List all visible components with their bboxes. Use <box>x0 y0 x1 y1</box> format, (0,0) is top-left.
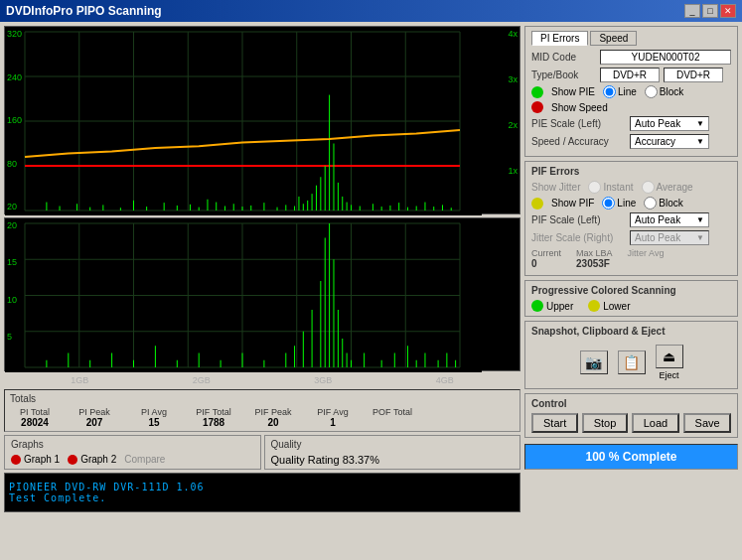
pif-avg-item: PIF Avg 1 <box>308 407 358 428</box>
pof-total-item: POF Total <box>368 407 417 428</box>
window-title: DVDInfoPro PIPO Scanning <box>6 4 162 18</box>
upper-option[interactable]: Upper <box>531 300 573 312</box>
pif-line-option[interactable]: Line <box>602 197 636 210</box>
snapshot-section: Snapshot, Clipboard & Eject 📷 📋 ⏏ Eject <box>524 321 738 389</box>
eject-icon: ⏏ <box>656 345 683 368</box>
control-label: Control <box>531 398 731 409</box>
speed-accuracy-label: Speed / Accuracy <box>531 136 626 147</box>
jitter-instant-option[interactable]: Instant <box>588 181 633 194</box>
load-button[interactable]: Load <box>632 413 679 433</box>
start-button[interactable]: Start <box>531 413 578 433</box>
pif-section: PIF Errors Show Jitter Instant Average S… <box>524 161 738 276</box>
totals-labels-row: PI Total 28024 PI Peak 207 PI Avg 15 PIF… <box>10 407 515 428</box>
right-panel: PI Errors Speed MID Code YUDEN000T02 Typ… <box>524 26 738 556</box>
save-button[interactable]: Save <box>683 413 731 433</box>
pie-line-option[interactable]: Line <box>603 85 637 98</box>
compare-item[interactable]: Compare <box>124 454 165 465</box>
pif-dot <box>531 198 543 210</box>
type-book-label: Type/Book <box>531 70 596 80</box>
close-button[interactable]: ✕ <box>720 4 736 18</box>
tab-pi-errors[interactable]: PI Errors <box>531 31 588 46</box>
graph1-label: Graph 1 <box>24 454 60 465</box>
jitter-scale-label: Jitter Scale (Right) <box>531 232 626 243</box>
pie-dot <box>531 86 543 98</box>
pif-scale-dropdown[interactable]: Auto Peak ▼ <box>630 212 709 227</box>
control-buttons: Start Stop Load Save <box>531 413 731 433</box>
jitter-scale-dropdown: Auto Peak ▼ <box>630 230 709 245</box>
bottom-section: Graphs Graph 1 Graph 2 Compare Q <box>4 435 520 470</box>
pie-scale-dropdown[interactable]: Auto Peak ▼ <box>630 116 709 131</box>
status-bar: PIONEER DVD-RW DVR-111D 1.06 Test Comple… <box>4 473 520 512</box>
pif-peak-item: PIF Peak 20 <box>248 407 298 428</box>
type-book-row: Type/Book DVD+R DVD+R <box>531 68 731 82</box>
mid-code-label: MID Code <box>531 52 596 63</box>
top-chart: 320 240 160 80 20 4x 3x 2x 1x <box>4 26 520 214</box>
bottom-chart: 20 15 10 5 <box>4 217 520 371</box>
totals-title: Totals <box>10 393 515 404</box>
pif-section-label: PIF Errors <box>531 166 731 177</box>
eject-button[interactable]: ⏏ Eject <box>656 345 683 380</box>
graph2-item[interactable]: Graph 2 <box>68 454 116 465</box>
graph2-label: Graph 2 <box>80 454 116 465</box>
lower-option[interactable]: Lower <box>588 300 630 312</box>
show-pie-label: Show PIE <box>551 86 595 97</box>
graph1-dot <box>11 455 21 465</box>
graph1-item[interactable]: Graph 1 <box>11 454 60 465</box>
snapshot-button[interactable]: 📷 <box>580 350 608 374</box>
type-book-val1: DVD+R <box>600 68 660 82</box>
speed-accuracy-arrow: ▼ <box>696 137 704 146</box>
mid-code-value: YUDEN000T02 <box>600 50 731 65</box>
control-section: Control Start Stop Load Save <box>524 393 738 438</box>
main-content: 320 240 160 80 20 4x 3x 2x 1x 20 15 10 5 <box>0 22 742 560</box>
mid-code-row: MID Code YUDEN000T02 <box>531 50 731 65</box>
pie-block-option[interactable]: Block <box>645 85 683 98</box>
jitter-average-option[interactable]: Average <box>642 181 693 194</box>
show-pif-label: Show PIF <box>551 198 594 209</box>
show-speed-row: Show Speed <box>531 101 731 113</box>
status-line1: PIONEER DVD-RW DVR-111D 1.06 <box>9 482 516 492</box>
max-lba-value: 23053F <box>576 258 613 269</box>
show-pie-row: Show PIE Line Block <box>531 85 731 98</box>
graph2-dot <box>68 455 77 465</box>
snapshot-row: 📷 📋 ⏏ Eject <box>531 341 731 384</box>
compare-label: Compare <box>124 454 165 465</box>
graphs-title: Graphs <box>11 439 254 450</box>
show-pif-row: Show PIF Line Block <box>531 197 731 210</box>
current-col: Current 0 <box>531 248 561 269</box>
pif-block-option[interactable]: Block <box>644 197 682 210</box>
show-jitter-label: Show Jitter <box>531 182 580 193</box>
jitter-avg-col: Jitter Avg <box>628 248 665 269</box>
speed-accuracy-row: Speed / Accuracy Accuracy ▼ <box>531 134 731 149</box>
graphs-box: Graphs Graph 1 Graph 2 Compare <box>4 435 261 470</box>
stop-button[interactable]: Stop <box>582 413 628 433</box>
quality-rating: Quality Rating 83.37% <box>271 454 515 466</box>
current-value: 0 <box>531 258 561 269</box>
lower-dot <box>588 300 600 312</box>
type-book-val2: DVD+R <box>664 68 723 82</box>
title-bar: DVDInfoPro PIPO Scanning _ □ ✕ <box>0 0 742 22</box>
tab-speed[interactable]: Speed <box>590 31 637 46</box>
current-stats-row: Current 0 Max LBA 23053F Jitter Avg <box>531 248 731 269</box>
x-axis-labels: 1GB 2GB 3GB 4GB <box>4 374 520 386</box>
max-lba-col: Max LBA 23053F <box>576 248 613 269</box>
clipboard-icon: 📋 <box>618 350 646 374</box>
bottom-chart-y-labels: 20 15 10 5 <box>7 218 17 370</box>
speed-accuracy-dropdown[interactable]: Accuracy ▼ <box>630 134 709 149</box>
pi-avg-item: PI Avg 15 <box>129 407 179 428</box>
title-bar-buttons: _ □ ✕ <box>684 4 736 18</box>
left-panel: 320 240 160 80 20 4x 3x 2x 1x 20 15 10 5 <box>4 26 520 556</box>
jitter-scale-arrow: ▼ <box>696 233 704 242</box>
progressive-section: Progressive Colored Scanning Upper Lower <box>524 280 738 317</box>
maximize-button[interactable]: □ <box>702 4 718 18</box>
current-label: Current <box>531 248 561 258</box>
minimize-button[interactable]: _ <box>684 4 700 18</box>
pif-total-item: PIF Total 1788 <box>189 407 238 428</box>
totals-section: Totals PI Total 28024 PI Peak 207 PI Avg… <box>4 389 520 432</box>
jitter-avg-label: Jitter Avg <box>628 248 665 258</box>
pi-total-item: PI Total 28024 <box>10 407 60 428</box>
pie-scale-label: PIE Scale (Left) <box>531 118 626 129</box>
clipboard-button[interactable]: 📋 <box>618 350 646 374</box>
progress-bar: 100 % Complete <box>524 444 738 470</box>
top-chart-y-labels: 320 240 160 80 20 <box>7 27 22 213</box>
quality-title: Quality <box>271 439 515 450</box>
